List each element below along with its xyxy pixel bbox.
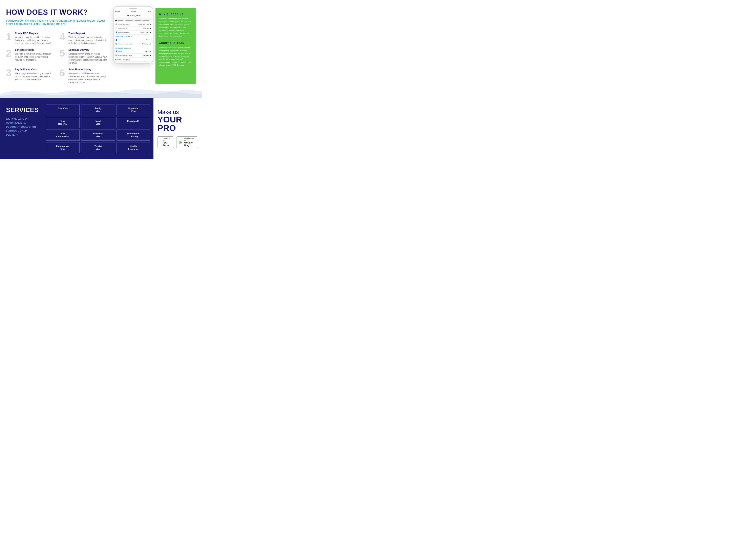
phone-mockup: elisalat 3:07 PM 100% ‹ NEW REQUEST (113, 6, 153, 64)
app-badges:  Available on the App Store ANDROID APP… (157, 136, 198, 148)
step-content: Pay Online or Cash Make a payment online… (15, 68, 54, 81)
phone-top (114, 7, 153, 10)
step-title: Track Request (68, 32, 107, 35)
step-line-2 (126, 20, 132, 21)
app-store-text: Available on the App Store (163, 138, 172, 147)
step-title: Pay Online or Cash (15, 68, 54, 71)
step-dot-3 (132, 20, 134, 21)
services-description: WE TAKE CARE OF REQUIREMENTS, DOCUMENT C… (6, 117, 39, 137)
field-label-sponsor-name: 👤 Name: (115, 50, 123, 52)
service-item-7[interactable]: Business Visa (81, 129, 115, 141)
app-store-badge[interactable]:  Available on the App Store (157, 136, 174, 148)
step-number: 5 (60, 48, 66, 58)
service-item-11[interactable]: Health Insurance (117, 142, 150, 153)
step-content: Schedule Delivery Schedule delivery of t… (68, 48, 107, 64)
step-number: 2 (6, 48, 13, 58)
field-value-subcategory: New Visa ▼ (143, 27, 151, 29)
step-content: Schedule Pickup Schedule a convenient ti… (15, 48, 54, 61)
service-item-0[interactable]: New Visa (46, 104, 80, 115)
service-item-3[interactable]: Visa Renewal (46, 117, 80, 128)
phone-header: ‹ NEW REQUEST (114, 13, 153, 18)
step-dot-2 (124, 20, 126, 21)
phone-field-sponsor-name: 👤 Name: Abdullah (115, 49, 151, 54)
step-item-4: 4 Track Request Track the status of your… (60, 32, 107, 45)
step-item-1: 1 Create PRO Request We provide assistan… (6, 32, 54, 45)
service-item-6[interactable]: Visa Cancellation (46, 129, 80, 141)
step-number: 4 (60, 32, 66, 42)
svg-marker-0 (180, 141, 182, 144)
app-store-line2: App Store (163, 141, 172, 147)
phone-field-subcategory: 📋 Subcategory: New Visa ▼ (115, 26, 151, 30)
step-line-4 (143, 20, 149, 21)
phone-field-sponsor-nationality: 🌐 Sponsor Nationality: Lebanon ▼ (115, 54, 151, 58)
services-title: SERVICES (6, 106, 39, 114)
services-grid: New VisaFamily VisaDomestic VisaVisa Ren… (43, 98, 153, 159)
bottom-section: SERVICES WE TAKE CARE OF REQUIREMENTS, D… (0, 98, 202, 159)
service-item-8[interactable]: Documents Clearing (117, 129, 150, 141)
step-description: Track the status of your request on the … (68, 36, 107, 45)
google-play-line1: ANDROID APP ON (184, 138, 196, 141)
step-dot-1 (115, 20, 117, 21)
phone-field-name: 👤 Name: Cathrine (115, 38, 151, 42)
field-value-name: Cathrine (146, 39, 151, 41)
phone-battery: 100% (148, 11, 151, 12)
field-label-nationality: 🌐 Applicant Nationality: (115, 43, 133, 45)
step-line-3 (135, 20, 141, 21)
field-label-category: 🏠 Request category: (115, 23, 131, 25)
step-title: Schedule Delivery (68, 48, 107, 51)
phone-screen-title: NEW REQUEST (118, 15, 151, 17)
field-value-sponsor-name: Abdullah (145, 50, 151, 52)
field-value-apptype: Inside Country ▼ (140, 32, 151, 33)
field-label-apptype: 👤 Application Type: (115, 32, 130, 33)
applicant-section-header: APPLICANT DETAILS: (115, 35, 151, 38)
step-description: Schedule a convenient time and location … (15, 52, 54, 61)
step-title: Save Time & Money (68, 68, 107, 71)
page-subtitle: DOWNLOAD OUR APP FROM THE APP STORE TO C… (6, 19, 107, 26)
phone-progress-steps (114, 18, 153, 22)
service-item-9[interactable]: Employment Visa (46, 142, 80, 153)
google-play-icon (179, 140, 183, 145)
step-description: Schedule delivery of the processed docum… (68, 52, 107, 64)
step-dot-4 (141, 20, 143, 21)
about-team-title: ABOUT THE TEAM (159, 42, 192, 44)
phone-status-bar: elisalat 3:07 PM 100% (114, 10, 153, 13)
page-title: HOW DOES IT WORK? (6, 8, 107, 17)
field-value-nationality: Philippines ▼ (142, 43, 151, 45)
service-item-4[interactable]: Maid Visa (81, 117, 115, 128)
apple-icon:  (160, 140, 161, 145)
field-label-name: 👤 Name: (115, 39, 123, 41)
service-item-10[interactable]: Tourist Visa (81, 142, 115, 153)
step-content: Track Request Track the status of your r… (68, 32, 107, 45)
field-value-category: House Maid Visa ▼ (138, 23, 151, 25)
field-label-sponsor-nationality: 🌐 Sponsor Nationality: (115, 55, 132, 56)
step-number: 6 (60, 68, 66, 78)
step-title: Create PRO Request (15, 32, 54, 35)
steps-grid: 1 Create PRO Request We provide assistan… (6, 32, 107, 84)
phone-carrier: elisalat (115, 11, 120, 12)
phone-field-description: Request Description: (115, 58, 151, 62)
service-item-1[interactable]: Family Visa (81, 104, 115, 115)
step-item-6: 6 Save Time & Money Manage all your PRO … (60, 68, 107, 84)
pro-section: Make us YOUR PRO  Available on the App … (153, 98, 202, 159)
service-item-5[interactable]: Emirates ID (117, 117, 150, 128)
phone-form: 🏠 Request category: House Maid Visa ▼ 📋 … (114, 22, 153, 63)
phone-field-apptype: 👤 Application Type: Inside Country ▼ (115, 30, 151, 35)
google-play-badge[interactable]: ANDROID APP ON Google Play (176, 136, 198, 148)
step-item-3: 3 Pay Online or Cash Make a payment onli… (6, 68, 54, 84)
right-sidebar: WHY CHOOSE US We offer a wide range of d… (155, 8, 196, 84)
wave-decoration (0, 82, 202, 98)
step-number: 1 (6, 32, 13, 42)
google-play-text: ANDROID APP ON Google Play (184, 138, 196, 147)
phone-mockup-container: elisalat 3:07 PM 100% ‹ NEW REQUEST (111, 6, 155, 84)
phone-time: 3:07 PM (131, 11, 136, 12)
phone-back-icon[interactable]: ‹ (116, 14, 117, 17)
your-pro-text: YOUR PRO (157, 115, 198, 132)
field-value-sponsor-nationality: Lebanon ▼ (143, 55, 151, 56)
step-description: Make a payment online using your credit … (15, 72, 54, 81)
step-content: Create PRO Request We provide assistance… (15, 32, 54, 45)
about-team-text: FastPRO mobile app is introduced and man… (159, 46, 192, 67)
step-description: We provide assistance with processing fa… (15, 36, 54, 45)
service-item-2[interactable]: Domestic Visa (117, 104, 150, 115)
app-store-line1: Available on the (163, 138, 172, 141)
step-number: 3 (6, 68, 13, 78)
